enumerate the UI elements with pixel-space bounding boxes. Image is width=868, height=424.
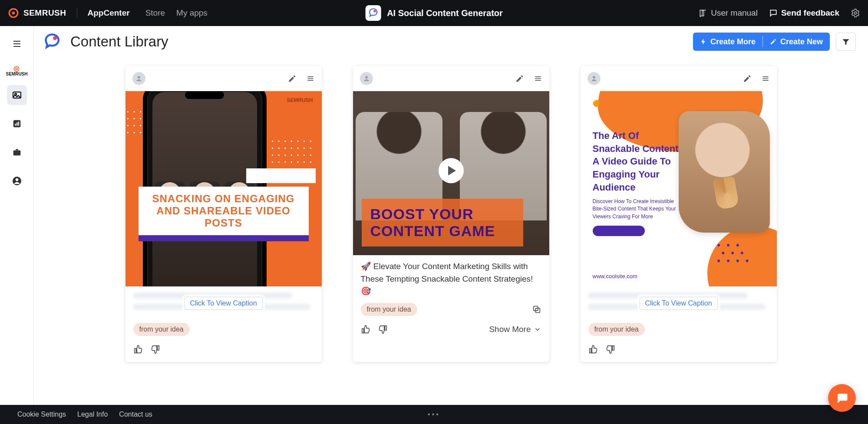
footer-contact[interactable]: Contact us	[119, 411, 152, 418]
svg-rect-7	[15, 124, 16, 126]
nav-store[interactable]: Store	[145, 8, 165, 18]
feedback-thumbs	[361, 325, 388, 334]
content-card: • • • • • •• • • • 🟠 SEMRUSH The Art Of …	[581, 66, 777, 362]
thumbs-down-icon[interactable]	[606, 345, 615, 354]
chat-bubble-icon	[835, 391, 848, 404]
more-menu-icon[interactable]	[761, 74, 770, 83]
svg-point-15	[365, 76, 368, 79]
more-menu-icon[interactable]	[534, 74, 542, 83]
show-more-label: Show More	[489, 325, 531, 334]
footer-cookie-settings[interactable]: Cookie Settings	[17, 411, 66, 418]
topbar-center: AI Social Content Generator	[365, 5, 503, 21]
feedback-thumbs	[133, 345, 160, 354]
thumbs-up-icon[interactable]	[588, 345, 598, 354]
appcenter-label[interactable]: AppCenter	[88, 8, 130, 18]
avatar-icon[interactable]	[132, 72, 145, 85]
decorative-dots-icon: • • • • • •• • • •	[717, 241, 750, 265]
cards-area: SEMRUSH •••••••••••••••••••••••• •••••••…	[34, 57, 868, 405]
create-more-button[interactable]: Create More	[693, 33, 762, 51]
user-manual-link[interactable]: User manual	[699, 8, 758, 18]
svg-point-12	[15, 178, 18, 181]
rail-library-icon[interactable]	[7, 85, 27, 105]
card-top-actions	[515, 74, 542, 83]
source-chip: from your idea	[361, 303, 417, 316]
card-media[interactable]: BOOST YOUR CONTENT GAME	[353, 91, 549, 255]
create-new-button[interactable]: Create New	[763, 33, 830, 51]
card-top	[581, 66, 777, 91]
media-watermark: SEMRUSH	[287, 97, 313, 103]
card-media[interactable]: SEMRUSH •••••••••••••••••••••••• •••••••…	[125, 91, 322, 286]
media-title: SNACKING ON ENGAGING AND SHAREABLE VIDEO…	[139, 187, 309, 235]
decorative-pill	[593, 226, 645, 236]
svg-point-1	[12, 12, 15, 15]
cards-row: SEMRUSH •••••••••••••••••••••••• •••••••…	[34, 66, 868, 362]
svg-point-14	[138, 76, 140, 79]
rail-hamburger[interactable]	[7, 34, 27, 54]
svg-rect-10	[13, 150, 20, 155]
left-rail: ◎ SEMRUSH	[0, 26, 34, 405]
thumbs-up-icon[interactable]	[361, 325, 370, 334]
chat-fab[interactable]	[828, 384, 856, 412]
user-manual-label: User manual	[711, 8, 758, 18]
rail-semrush-mini[interactable]: ◎ SEMRUSH	[6, 65, 27, 76]
settings-gear-icon[interactable]	[851, 8, 860, 18]
play-icon[interactable]	[439, 158, 464, 183]
page-title: Content Library	[70, 33, 168, 50]
rail-analytics-icon[interactable]	[7, 114, 27, 134]
card-media[interactable]: • • • • • •• • • • 🟠 SEMRUSH The Art Of …	[581, 91, 777, 286]
page-header-right: Create More Create New	[693, 33, 856, 51]
nav-my-apps[interactable]: My apps	[176, 8, 208, 18]
card-body: Click To View Caption from your idea	[581, 286, 777, 340]
filter-button[interactable]	[836, 33, 856, 51]
global-topbar: SEMRUSH AppCenter Store My apps AI Socia…	[0, 0, 868, 26]
rail-profile-icon[interactable]	[7, 171, 27, 191]
edit-icon[interactable]	[515, 74, 524, 83]
show-more-button[interactable]: Show More	[489, 325, 541, 334]
app-icon	[365, 5, 381, 21]
edit-icon[interactable]	[288, 74, 297, 83]
feedback-thumbs	[588, 345, 615, 354]
media-brand-logo: 🟠 SEMRUSH	[593, 100, 632, 107]
card-bottom	[125, 340, 322, 362]
thumbs-down-icon[interactable]	[151, 345, 160, 354]
rail-semrush-text: SEMRUSH	[6, 72, 27, 76]
card-bottom	[581, 340, 777, 362]
footer: Cookie Settings Legal Info Contact us ••…	[0, 405, 868, 424]
rail-briefcase-icon[interactable]	[7, 142, 27, 162]
media-headline: The Art Of Snackable Content: A Video Gu…	[593, 129, 684, 194]
view-caption-button[interactable]: Click To View Caption	[639, 297, 717, 310]
copy-icon[interactable]	[532, 305, 541, 314]
view-caption-button[interactable]: Click To View Caption	[184, 297, 262, 310]
app-bubble-icon	[43, 32, 63, 51]
semrush-flame-icon	[8, 7, 19, 19]
semrush-brand[interactable]: SEMRUSH	[8, 7, 66, 19]
more-menu-icon[interactable]	[306, 74, 315, 83]
topbar-left: SEMRUSH AppCenter Store My apps	[8, 7, 208, 19]
pencil-icon	[770, 38, 777, 45]
svg-rect-9	[18, 122, 19, 125]
footer-legal-info[interactable]: Legal Info	[77, 411, 108, 418]
footer-more-icon[interactable]: •••	[428, 411, 440, 418]
page-header-left: Content Library	[43, 32, 168, 51]
source-chip: from your idea	[588, 323, 645, 336]
avatar-icon[interactable]	[360, 72, 373, 85]
media-title: BOOST YOUR CONTENT GAME	[362, 199, 523, 247]
create-button-group: Create More Create New	[693, 33, 830, 51]
media-photo	[679, 111, 770, 233]
create-more-label: Create More	[710, 37, 756, 46]
thumbs-up-icon[interactable]	[133, 345, 143, 354]
send-feedback-link[interactable]: Send feedback	[769, 8, 839, 18]
card-body: Click To View Caption from your idea	[125, 286, 322, 340]
book-icon	[699, 9, 707, 17]
card-top	[353, 66, 549, 91]
chevron-down-icon	[534, 325, 541, 333]
thumbs-down-icon[interactable]	[378, 325, 388, 334]
media-url: www.coolsite.com	[593, 273, 637, 279]
content-card: BOOST YOUR CONTENT GAME 🚀 Elevate Your C…	[353, 66, 549, 362]
app-title: AI Social Content Generator	[387, 8, 503, 18]
source-chip: from your idea	[133, 323, 190, 336]
svg-point-3	[854, 12, 857, 14]
card-top-actions	[743, 74, 770, 83]
edit-icon[interactable]	[743, 74, 752, 83]
avatar-icon[interactable]	[587, 72, 601, 85]
